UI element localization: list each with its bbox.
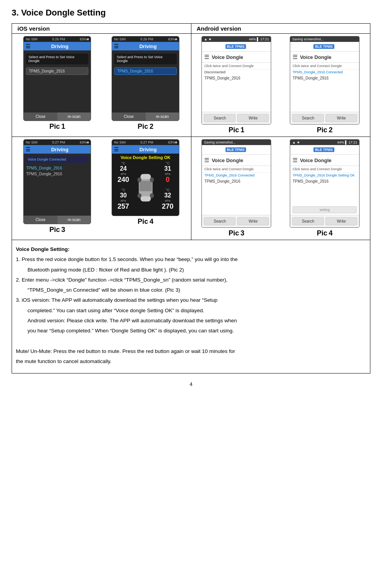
android-pic1-title: Voice Dongle	[212, 54, 243, 60]
android-pic1-phone: ▲ ★ 44% ▌ 17:21 BLE TPMS ☰ Voice Dongle …	[201, 36, 271, 125]
ios-pic3-dongle-name: TPMS_Dongle_2916	[26, 172, 88, 176]
instruction-blank	[16, 337, 366, 345]
android-pic3-footer: Search Write	[202, 215, 271, 227]
ios-pic2-body: Select and Press to Set Voice Dongle TPM…	[112, 50, 179, 112]
page-number: 4	[12, 381, 370, 387]
android-pic2-statusbar: Saving screenshot...	[290, 36, 359, 42]
android-pic1-dongle: TPMS_Dongle_2916	[202, 75, 271, 81]
android-pic2-status: TPMS_Dongle_2916 Connected	[290, 69, 359, 75]
android-pic4-title: Voice Dongle	[300, 157, 331, 163]
android-pic2-phone: Saving screenshot... BLE TPMS ☰ Voice Do…	[290, 36, 360, 125]
menu-icon-4: ☰	[114, 146, 119, 152]
android-pic3-header: BLE TPMS	[202, 145, 271, 155]
ios-pic4-header: ☰ Driving	[112, 145, 179, 154]
ios-pic2-rescan-btn[interactable]: re-scan	[146, 112, 179, 121]
android-pic4-statusbar: ▲ ★ 44% ▌ 17:21	[290, 140, 359, 145]
android-pic4-write-btn[interactable]: Write	[325, 217, 357, 225]
page-title: 3. Voice Dongle Setting	[12, 8, 370, 18]
svg-point-3	[137, 177, 141, 182]
instruction-step-3b: completed.” You can start using after “V…	[16, 307, 366, 315]
ble-tpms-label-3: BLE TPMS	[225, 147, 246, 152]
instruction-step-2: 2. Enter menu ->click “Dongle” function …	[16, 276, 366, 284]
android-pic2-write-btn[interactable]: Write	[325, 114, 357, 122]
ios-pic2-container: No SIM 5:26 PM 63%■ ☰ Driving Select and…	[112, 36, 179, 131]
ios-pic3-phone: No SIM 5:27 PM 63%■ ☰ Driving Voice Dong…	[23, 139, 91, 224]
android-pic3-subtitle: Click twice and Connect Dongle	[202, 166, 271, 173]
ios-pic4-ok-text: Voice Dongle Setting OK	[114, 155, 177, 160]
ios-pic3-dongle-blue[interactable]: TPMS_Dongle_2916	[26, 166, 88, 170]
android-pic2-label: Pic 2	[317, 126, 333, 134]
ios-section-label: iOS version	[15, 24, 52, 33]
svg-point-4	[150, 177, 154, 182]
android-pic1-footer: Search Write	[202, 112, 271, 124]
ios-pic2-footer: Close re-scan	[112, 112, 179, 121]
android-pic3-status: TPMS_Dongle_2916 Connected	[202, 173, 271, 178]
svg-point-6	[150, 193, 154, 198]
ios-pic2-label: Pic 2	[138, 123, 153, 131]
android-section-label: Android version	[194, 24, 244, 33]
tire-rl: °C 30 kPa 257	[114, 188, 133, 214]
tire-grid: °C 24 kPa 240	[114, 161, 177, 214]
tire-fr: °C 31 kPa 0	[158, 161, 178, 187]
android-pic2-body: ☰ Voice Dongle Click twice and Connect D…	[290, 52, 359, 112]
ios-pic1-container: No SIM 5:26 PM 63%■ ☰ Driving Select and…	[23, 36, 91, 131]
android-pic4-label: Pic 4	[317, 229, 333, 237]
ios-pic1-phone: No SIM 5:26 PM 63%■ ☰ Driving Select and…	[23, 36, 91, 121]
ios-pic3-connected-text: Voice Dongle Connected	[26, 156, 88, 163]
ios-pic1-dongle-item[interactable]: TPMS_Dongle_2916	[26, 67, 88, 75]
ble-tpms-label-4: BLE TPMS	[313, 147, 334, 152]
android-pic4-phone: ▲ ★ 44% ▌ 17:21 BLE TPMS ☰ Voice Dongle …	[290, 139, 360, 228]
android-pic1-search-btn[interactable]: Search	[204, 114, 236, 122]
ios-pic3-statusbar: No SIM 5:27 PM 63%■	[24, 140, 91, 145]
ios-pic4-statusbar: No SIM 5:27 PM 63%■	[112, 140, 179, 145]
android-pic3-label: Pic 3	[229, 229, 244, 237]
ios-pic2-statusbar: No SIM 5:26 PM 63%■	[112, 36, 179, 42]
svg-rect-2	[139, 181, 152, 191]
ios-pic1-rescan-btn[interactable]: re-scan	[57, 112, 91, 121]
android-pic2-search-btn[interactable]: Search	[292, 114, 324, 122]
ios-pic3-close-btn[interactable]: Close	[24, 216, 57, 224]
android-pic2-subtitle: Click twice and Connect Dongle	[290, 63, 359, 69]
ios-pic1-statusbar: No SIM 5:26 PM 63%■	[24, 36, 91, 42]
android-pic4-footer: Search Write	[290, 215, 359, 227]
menu-icon-2: ☰	[114, 43, 119, 49]
android-pic3-search-btn[interactable]: Search	[204, 217, 236, 225]
ios-pic3-header: ☰ Driving	[24, 145, 91, 154]
android-pic2-header: BLE TPMS	[290, 42, 359, 52]
ios-pic2-header: ☰ Driving	[112, 42, 179, 50]
android-pic2-container: Saving screenshot... BLE TPMS ☰ Voice Do…	[290, 36, 360, 134]
ios-pic1-title: Driving	[31, 43, 89, 49]
instruction-step-3c: Android version: Please click write. The…	[16, 317, 366, 325]
ios-pic3-container: No SIM 5:27 PM 63%■ ☰ Driving Voice Dong…	[23, 139, 91, 234]
ios-pic4-container: No SIM 5:27 PM 63%■ ☰ Driving Voice Dong…	[112, 139, 179, 226]
android-pic1-label: Pic 1	[229, 126, 244, 134]
ios-pic3-rescan-btn[interactable]: re-scan	[57, 216, 91, 224]
android-pic2-title: Voice Dongle	[300, 54, 331, 60]
android-pic3-body: ☰ Voice Dongle Click twice and Connect D…	[202, 155, 271, 215]
instruction-step-3: 3. iOS version: The APP will automatical…	[16, 296, 366, 304]
instruction-step-3d: you hear “Setup completed.” When “Dongle…	[16, 327, 366, 335]
ios-pic1-close-btn[interactable]: Close	[24, 112, 57, 121]
android-pic1-write-btn[interactable]: Write	[237, 114, 269, 122]
menu-icon-3: ☰	[26, 146, 31, 152]
instruction-title: Voice Dongle Setting:	[16, 246, 366, 253]
android-pic3-write-btn[interactable]: Write	[237, 217, 269, 225]
android-pic1-body: ☰ Voice Dongle Click twice and Connect D…	[202, 52, 271, 112]
ios-pic1-select-text: Select and Press to Set Voice Dongle	[26, 54, 88, 64]
ios-pic3-body: Voice Dongle Connected TPMS_Dongle_2916 …	[24, 154, 91, 216]
ios-pic1-body: Select and Press to Set Voice Dongle TPM…	[24, 50, 91, 112]
ios-pic3-footer: Close re-scan	[24, 216, 91, 224]
android-pic3-phone: Saving screenshot... BLE TPMS ☰ Voice Do…	[201, 139, 271, 228]
ios-pic2-close-btn[interactable]: Close	[112, 112, 146, 121]
ios-pic2-phone: No SIM 5:26 PM 63%■ ☰ Driving Select and…	[112, 36, 179, 121]
ios-pic1-label: Pic 1	[49, 123, 65, 131]
ios-pic4-title: Driving	[119, 147, 177, 152]
menu-icon: ☰	[26, 43, 31, 49]
android-pic4-search-btn[interactable]: Search	[292, 217, 324, 225]
android-pic2-footer: Search Write	[290, 112, 359, 124]
android-pic4-container: ▲ ★ 44% ▌ 17:21 BLE TPMS ☰ Voice Dongle …	[290, 139, 360, 237]
ios-pic1-header: ☰ Driving	[24, 42, 91, 50]
android-pic1-status: Disconnected	[202, 69, 271, 75]
ios-pic2-title: Driving	[119, 43, 177, 49]
ios-pic2-dongle-item[interactable]: TPMS_Dongle_2916	[114, 67, 177, 75]
